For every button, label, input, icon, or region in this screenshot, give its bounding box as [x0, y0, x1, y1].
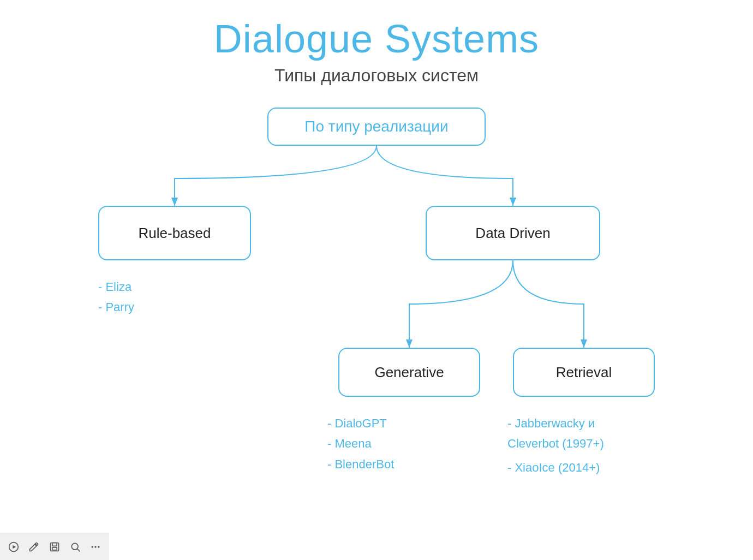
save-button[interactable]: [46, 538, 63, 556]
svg-marker-3: [581, 339, 587, 348]
list-rule-based: - Eliza - Parry: [98, 277, 134, 318]
box-data-driven: Data Driven: [426, 206, 600, 260]
edit-button[interactable]: [26, 538, 43, 556]
svg-marker-0: [171, 198, 178, 206]
slide-title: Dialogue Systems: [214, 16, 539, 61]
list-gen-item-3: - BlenderBot: [327, 454, 394, 474]
svg-marker-5: [13, 545, 16, 549]
slide-subtitle: Типы диалоговых систем: [274, 65, 479, 86]
list-ret-item-2: - XiaoIce (2014+): [507, 457, 604, 478]
list-generative: - DialoGPT - Meena - BlenderBot: [327, 413, 394, 474]
box-rule-based-label: Rule-based: [139, 225, 211, 242]
bottom-toolbar: [0, 533, 109, 560]
svg-marker-2: [406, 339, 413, 348]
svg-line-10: [77, 549, 80, 551]
svg-point-13: [98, 546, 99, 547]
box-by-type-label: По типу реализации: [304, 118, 448, 135]
list-gen-item-1: - DialoGPT: [327, 413, 394, 433]
box-retrieval-label: Retrieval: [556, 364, 612, 381]
svg-marker-1: [510, 198, 516, 206]
more-button[interactable]: [87, 538, 104, 556]
box-data-driven-label: Data Driven: [475, 225, 550, 242]
box-generative: Generative: [338, 348, 480, 397]
list-rule-item-1: - Eliza: [98, 277, 134, 297]
box-retrieval: Retrieval: [513, 348, 655, 397]
svg-point-11: [92, 546, 93, 547]
slide-container: Dialogue Systems Типы диалоговых систем: [0, 0, 753, 560]
box-generative-label: Generative: [374, 364, 444, 381]
box-rule-based: Rule-based: [98, 206, 251, 260]
list-rule-item-2: - Parry: [98, 297, 134, 317]
box-by-type: По типу реализации: [267, 108, 486, 146]
svg-rect-8: [52, 547, 57, 550]
list-ret-item-1: - Jabberwacky иCleverbot (1997+): [507, 413, 604, 454]
search-button[interactable]: [67, 538, 83, 556]
diagram-area: По типу реализации Rule-based Data Drive…: [76, 97, 677, 490]
svg-point-12: [95, 546, 97, 547]
list-retrieval: - Jabberwacky иCleverbot (1997+) - XiaoI…: [507, 413, 604, 478]
list-gen-item-2: - Meena: [327, 433, 394, 454]
svg-rect-7: [52, 543, 57, 546]
play-button[interactable]: [5, 538, 22, 556]
svg-point-9: [71, 543, 78, 550]
